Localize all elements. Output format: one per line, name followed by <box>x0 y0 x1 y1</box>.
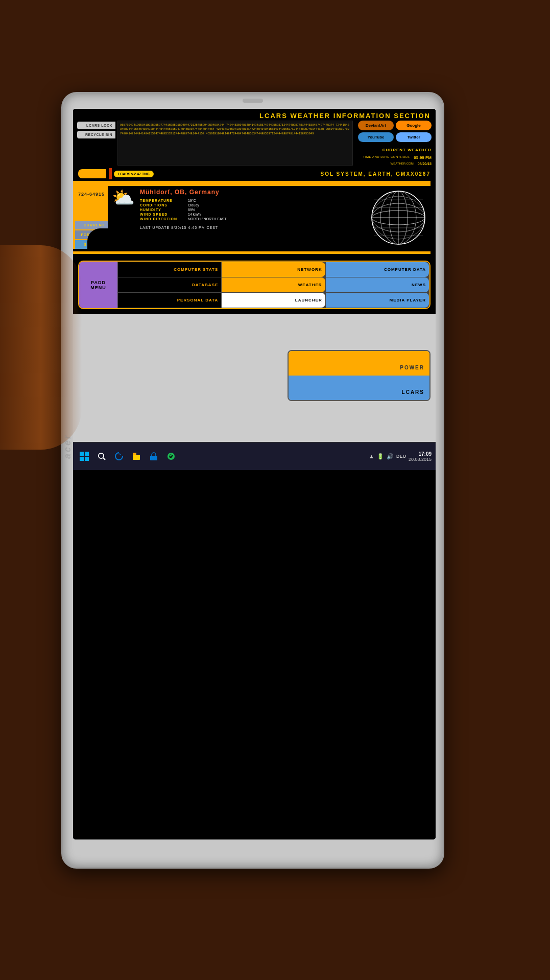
taskbar-tray: ▲ 🔋 🔊 DEU 17:09 20.08.2015 <box>369 451 432 462</box>
taskbar-date: 20.08.2015 <box>409 457 432 462</box>
location-num-text: 724-64915 <box>78 192 105 197</box>
padd-media-player[interactable]: MEDIA PLAYER <box>326 293 429 308</box>
padd-launcher[interactable]: LAUNCHER <box>222 293 325 308</box>
lcars-panel-label: LCARS <box>402 389 424 395</box>
sol-system-block: SOL SYSTEM, EARTH, GMXX0267 <box>320 171 431 177</box>
date-display: 08/20/15 <box>418 162 432 166</box>
tablet-shell: acer LCARS WEATHER INFORMATION SECTION L… <box>61 92 444 869</box>
search-icon[interactable] <box>94 449 109 463</box>
weather-com-row: WEATHER.COM 08/20/15 <box>358 162 432 166</box>
svg-point-17 <box>99 454 103 458</box>
weather-content: 724-64915 CURRENT FORECAST SURFACE <box>73 186 436 251</box>
deviantart-button[interactable]: DeviantArt <box>358 121 394 130</box>
data-stream-box: 0657894041995841898585587744168853183494… <box>117 121 353 166</box>
sol-system-text: SOL SYSTEM, EARTH, GMXX0267 <box>320 171 431 177</box>
padd-label-area: PADD MENU <box>79 262 117 308</box>
version-block: LCARS v.2.47 TNG <box>109 168 154 179</box>
brand-label: acer <box>62 434 73 459</box>
padd-inner: PADD MENU COMPUTER STATS NETWORK COMPUTE… <box>78 261 431 309</box>
left-pillar: 724-64915 CURRENT FORECAST SURFACE <box>73 186 108 249</box>
tray-battery: 🔋 <box>377 453 384 460</box>
svg-rect-13 <box>85 452 89 456</box>
windows-icon[interactable] <box>77 449 91 463</box>
lcars-panel-btn[interactable]: LCARS <box>289 376 429 400</box>
weather-location: Mühldorf, OB, Germany <box>140 189 361 196</box>
temp-value: 19°C <box>188 199 361 202</box>
lcars-interface: LCARS WEATHER INFORMATION SECTION LCARS … <box>73 109 436 839</box>
bottom-floating-panel: POWER LCARS <box>288 350 431 401</box>
humidity-value: 89% <box>188 208 361 212</box>
svg-rect-19 <box>133 455 140 460</box>
wind-speed-label: WIND SPEED <box>140 213 186 216</box>
bottom-separator <box>73 251 431 254</box>
time-controls-row: TIME AND DATE CONTROLS 05:99 PM <box>358 155 432 160</box>
btn-row-1: DeviantArt Google <box>358 121 432 130</box>
svg-rect-15 <box>85 457 89 461</box>
temp-label: TEMPERATURE <box>140 199 186 202</box>
lcars-main-title: LCARS WEATHER INFORMATION SECTION <box>259 112 431 120</box>
btn-row-2: YouTube Twitter <box>358 132 432 142</box>
lcars-title-bar: LCARS WEATHER INFORMATION SECTION <box>73 109 436 121</box>
right-buttons-panel: DeviantArt Google YouTube Twitter CURREN… <box>355 121 432 166</box>
svg-rect-20 <box>133 453 136 455</box>
conditions-label: CONDITIONS <box>140 203 186 207</box>
globe-panel <box>365 186 432 249</box>
conditions-value: Cloudy <box>188 203 361 207</box>
store-icon[interactable] <box>147 449 161 463</box>
padd-computer-stats[interactable]: COMPUTER STATS <box>118 262 221 277</box>
spotify-icon[interactable] <box>164 449 178 463</box>
edge-icon[interactable] <box>112 449 126 463</box>
youtube-button[interactable]: YouTube <box>358 132 394 142</box>
weather-com-label: WEATHER.COM <box>391 162 414 166</box>
svg-rect-21 <box>150 456 157 460</box>
taskbar: ▲ 🔋 🔊 DEU 17:09 20.08.2015 <box>73 442 436 470</box>
tray-volume: 🔊 <box>387 453 394 460</box>
wind-speed-value: 14 km/h <box>188 213 361 216</box>
svg-line-18 <box>103 458 105 460</box>
twitter-button[interactable]: Twitter <box>396 132 432 142</box>
padd-network[interactable]: NETWORK <box>222 262 325 277</box>
version-tag: LCARS v.2.47 TNG <box>114 171 154 177</box>
screen-lower-area: POWER LCARS <box>73 314 436 442</box>
padd-computer-data[interactable]: COMPUTER DATA <box>326 262 429 277</box>
padd-menu-label: PADD MENU <box>83 280 113 290</box>
version-left: LCARS v.2.47 TNG <box>78 168 154 179</box>
taskbar-lang: DEU <box>396 454 406 459</box>
taskbar-time: 17:09 <box>409 451 432 457</box>
wind-dir-label: WIND DIRECTION <box>140 217 186 221</box>
weather-data-grid: TEMPERATURE 19°C CONDITIONS Cloudy HUMID… <box>140 199 361 221</box>
location-number: 724-64915 <box>73 186 108 200</box>
current-weather-label: CURRENT WEATHER <box>382 148 432 152</box>
globe-svg <box>368 187 429 248</box>
sidebar-labels: LCARS LOCK RECYCLE BIN <box>77 121 115 166</box>
svg-rect-12 <box>80 452 84 456</box>
power-label: POWER <box>400 365 424 370</box>
google-button[interactable]: Google <box>396 121 432 130</box>
taskbar-datetime: 17:09 20.08.2015 <box>409 451 432 462</box>
files-icon[interactable] <box>129 449 144 463</box>
yellow-top-bar <box>73 181 431 186</box>
svg-rect-14 <box>80 457 84 461</box>
padd-section: PADD MENU COMPUTER STATS NETWORK COMPUTE… <box>73 258 436 314</box>
time-display: 05:99 PM <box>414 155 432 160</box>
accent-bar <box>109 168 112 179</box>
last-update: LAST UPDATE 8/20/15 4:45 PM CEST <box>140 226 361 229</box>
humidity-label: HUMIDITY <box>140 208 186 212</box>
time-controls-label: TIME AND DATE CONTROLS <box>363 155 410 160</box>
location-data: Mühldorf, OB, Germany TEMPERATURE 19°C C… <box>140 189 361 229</box>
current-weather-header: CURRENT WEATHER <box>358 144 432 153</box>
padd-personal-data[interactable]: PERSONAL DATA <box>118 293 221 308</box>
weather-data-panel: ⛅ Mühldorf, OB, Germany TEMPERATURE 19°C… <box>108 186 365 249</box>
tray-arrow: ▲ <box>369 453 374 459</box>
padd-news[interactable]: NEWS <box>326 277 429 292</box>
screen: LCARS WEATHER INFORMATION SECTION LCARS … <box>73 109 436 839</box>
tablet-camera <box>243 99 263 103</box>
padd-grid: COMPUTER STATS NETWORK COMPUTER DATA DAT… <box>117 262 429 308</box>
recycle-label-box: RECYCLE BIN <box>77 131 115 138</box>
lock-label-box: LCARS LOCK <box>77 122 115 129</box>
power-panel[interactable]: POWER <box>289 351 429 376</box>
padd-weather[interactable]: WEATHER <box>222 277 325 292</box>
data-stream-text: 0657894041995841898585587744168853183494… <box>120 123 350 136</box>
padd-database[interactable]: DATABASE <box>118 277 221 292</box>
weather-header-row: ⛅ Mühldorf, OB, Germany TEMPERATURE 19°C… <box>112 189 361 229</box>
